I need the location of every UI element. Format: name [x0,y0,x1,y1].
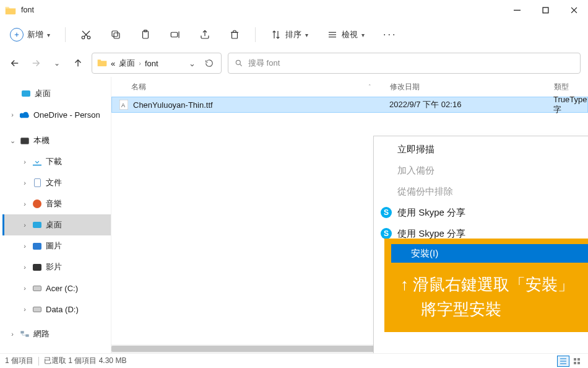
expand-icon[interactable]: › [21,263,28,271]
desktop-icon [32,220,42,230]
view-icon [327,29,338,40]
recent-button[interactable]: ⌄ [50,56,64,71]
svg-point-20 [236,60,240,64]
maximize-button[interactable] [531,0,560,20]
address-bar[interactable]: « 桌面 › font ⌄ [92,53,222,74]
separator [255,27,256,42]
expand-icon[interactable]: › [21,158,28,165]
breadcrumb-desktop[interactable]: 桌面 [119,58,135,69]
pictures-icon [32,241,42,251]
tree-label: 文件 [46,177,62,188]
expand-icon[interactable]: › [9,330,16,338]
up-button[interactable] [71,56,85,71]
column-header-type[interactable]: 類型 [554,82,588,92]
tree-item-documents[interactable]: › 文件 [2,172,111,193]
tree-item-drive-d[interactable]: › Data (D:) [2,299,111,320]
tree-label: Acer (C:) [46,284,78,293]
tree-label: 網路 [33,328,50,340]
breadcrumb-current[interactable]: font [145,59,158,68]
tree-item-thispc[interactable]: ⌄ 本機 [2,130,111,151]
search-input[interactable]: 搜尋 font [228,53,581,74]
expand-icon[interactable]: › [9,111,16,118]
tree-item-videos[interactable]: › 影片 [2,256,111,278]
close-button[interactable] [560,0,588,20]
breadcrumb-prefix: « [111,59,115,68]
expand-icon[interactable]: › [21,305,28,313]
cut-button[interactable] [77,27,95,43]
expand-icon[interactable]: › [21,221,28,229]
history-dropdown[interactable]: ⌄ [185,59,199,68]
drive-icon [32,283,42,293]
sort-label: 排序 [285,29,301,40]
icons-view-button[interactable] [571,356,583,367]
file-row[interactable]: A ChenYuluoyan-Thin.ttf 2022/9/7 下午 02:1… [111,97,588,113]
drive-icon [32,304,42,314]
tree-item-downloads[interactable]: › 下載 [2,151,111,172]
forward-button[interactable] [28,56,43,71]
window-controls [503,0,588,20]
expand-icon[interactable]: › [21,242,28,250]
view-button[interactable]: 檢視 ▾ [323,27,368,43]
svg-rect-16 [232,32,238,38]
svg-rect-33 [577,362,580,364]
collapse-icon[interactable]: ⌄ [9,137,16,145]
refresh-button[interactable] [202,59,216,68]
svg-rect-11 [112,31,118,37]
menu-item-install[interactable]: 安裝(I) [391,244,588,263]
menu-item-skype-1[interactable]: S 使用 Skype 分享 [374,202,588,223]
svg-rect-10 [114,33,119,38]
menu-item-backup-exclude: 從備份中排除 [374,181,588,202]
tree-label: 桌面 [35,88,51,99]
sort-icon [270,29,282,40]
skype-icon: S [380,206,392,219]
tree-item-music[interactable]: › 音樂 [2,193,111,214]
column-header-date[interactable]: 修改日期 [390,82,554,92]
svg-rect-23 [20,331,24,333]
file-name: ChenYuluoyan-Thin.ttf [133,100,389,110]
copy-button[interactable] [106,27,125,43]
folder-icon [5,5,16,15]
expand-icon[interactable]: › [21,200,28,208]
new-button[interactable]: 新增 ▾ [6,25,54,44]
tree-label: 圖片 [46,240,62,252]
details-view-button[interactable] [557,356,569,367]
tree-item-desktop-2[interactable]: › 桌面 [2,214,111,235]
tree-label: Data (D:) [46,305,79,314]
status-bar: 1 個項目 已選取 1 個項目 4.30 MB [0,353,588,368]
sort-indicator-icon: ˄ [368,84,371,90]
videos-icon [32,262,42,272]
tree-item-desktop[interactable]: 桌面 [2,83,111,104]
tree-item-pictures[interactable]: › 圖片 [2,235,111,256]
window-title: font [21,6,34,14]
svg-rect-30 [574,358,576,361]
column-header-name[interactable]: 名稱 ˄ [131,82,390,92]
paste-button[interactable] [136,27,155,43]
search-placeholder: 搜尋 font [248,58,280,69]
chevron-down-icon: ▾ [47,32,50,38]
navigation-tree: 桌面 › OneDrive - Person ⌄ 本機 › 下載 › 文件 › … [0,77,111,353]
cloud-icon [20,110,30,120]
delete-button[interactable] [225,27,244,43]
tree-label: 桌面 [46,219,62,230]
svg-rect-14 [171,32,178,37]
titlebar: font [0,0,588,20]
toolbar: 新增 ▾ 排序 ▾ 檢視 ▾ ··· [0,20,588,50]
share-button[interactable] [196,27,214,43]
tree-item-drive-c[interactable]: › Acer (C:) [2,278,111,299]
expand-icon[interactable]: › [21,284,28,292]
file-date: 2022/9/7 下午 02:16 [389,99,553,110]
menu-item-open-file[interactable]: 開啟檔案(H)... [374,348,588,353]
status-item-count: 1 個項目 [5,356,33,366]
separator [38,357,39,366]
more-button[interactable]: ··· [379,27,400,43]
minimize-button[interactable] [503,0,531,20]
rename-button[interactable] [166,27,184,43]
tree-item-network[interactable]: › 網路 [2,323,111,344]
expand-icon[interactable]: › [21,179,28,186]
font-file-icon: A [119,100,129,110]
sort-button[interactable]: 排序 ▾ [267,27,312,43]
back-button[interactable] [7,56,22,71]
tree-item-onedrive[interactable]: › OneDrive - Person [2,104,111,125]
menu-item-scan[interactable]: 立即掃描 [374,139,588,160]
tree-label: 本機 [33,135,50,146]
